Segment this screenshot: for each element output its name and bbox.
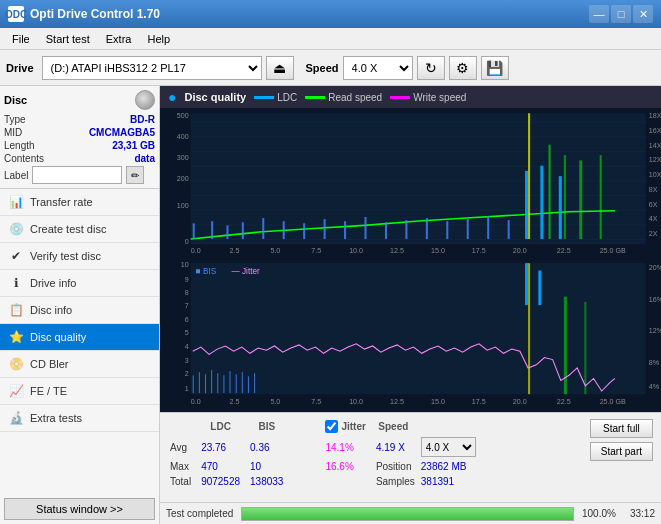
svg-rect-3 [191, 113, 646, 244]
position-label: Position [376, 460, 419, 473]
svg-rect-73 [193, 375, 194, 393]
position-value: 23862 MB [421, 460, 486, 473]
fe-te-icon: 📈 [8, 383, 24, 399]
menu-bar: File Start test Extra Help [0, 28, 661, 50]
nav-item-extra-tests[interactable]: 🔬 Extra tests [0, 405, 159, 432]
svg-rect-88 [584, 302, 586, 394]
svg-rect-36 [525, 171, 528, 239]
svg-text:4X: 4X [649, 214, 658, 223]
disc-section-title: Disc [4, 94, 27, 106]
svg-text:7.5: 7.5 [311, 246, 321, 255]
speed-select-stats[interactable]: 4.0 X 8.0 X [421, 437, 476, 457]
status-label: Test completed [166, 508, 233, 519]
svg-text:0.0: 0.0 [191, 397, 201, 406]
legend-ldc: LDC [254, 92, 297, 103]
svg-rect-85 [538, 270, 541, 305]
close-button[interactable]: ✕ [633, 5, 653, 23]
svg-rect-75 [205, 374, 206, 393]
menu-help[interactable]: Help [139, 31, 178, 47]
svg-text:5: 5 [185, 328, 189, 337]
progress-percent: 100.0% [582, 508, 622, 519]
contents-label: Contents [4, 153, 44, 164]
cd-bler-icon: 📀 [8, 356, 24, 372]
speed-label: Speed [306, 62, 339, 74]
settings-button[interactable]: ⚙ [449, 56, 477, 80]
svg-text:25.0 GB: 25.0 GB [600, 246, 626, 255]
svg-rect-74 [199, 372, 200, 393]
nav-item-disc-quality[interactable]: ⭐ Disc quality [0, 324, 159, 351]
avg-speed: 4.19 X [376, 436, 419, 458]
nav-item-create-test-disc[interactable]: 💿 Create test disc [0, 216, 159, 243]
svg-text:17.5: 17.5 [472, 397, 486, 406]
svg-text:8: 8 [185, 288, 189, 297]
stats-table: LDC BIS Jitter Speed [168, 417, 488, 490]
svg-rect-27 [344, 221, 346, 239]
progress-bar-container [241, 507, 574, 521]
nav-item-label: Create test disc [30, 223, 106, 235]
mid-value: CMCMAGBA5 [89, 127, 155, 138]
jitter-header-label: Jitter [341, 421, 365, 432]
svg-rect-84 [525, 263, 528, 305]
label-edit-button[interactable]: ✏ [126, 166, 144, 184]
save-button[interactable]: 💾 [481, 56, 509, 80]
svg-text:17.5: 17.5 [472, 246, 486, 255]
create-test-disc-icon: 💿 [8, 221, 24, 237]
refresh-button[interactable]: ↻ [417, 56, 445, 80]
drive-label: Drive [6, 62, 34, 74]
svg-text:500: 500 [177, 111, 189, 120]
eject-button[interactable]: ⏏ [266, 56, 294, 80]
avg-ldc: 23.76 [201, 436, 248, 458]
svg-rect-25 [303, 223, 305, 239]
svg-text:20.0: 20.0 [513, 246, 527, 255]
svg-rect-86 [528, 263, 530, 394]
svg-text:2.5: 2.5 [230, 397, 240, 406]
svg-text:10.0: 10.0 [349, 397, 363, 406]
maximize-button[interactable]: □ [611, 5, 631, 23]
svg-rect-24 [283, 221, 285, 239]
verify-test-disc-icon: ✔ [8, 248, 24, 264]
nav-item-cd-bler[interactable]: 📀 CD Bler [0, 351, 159, 378]
svg-text:16%: 16% [649, 295, 661, 304]
avg-bis: 0.36 [250, 436, 291, 458]
bis-header: BIS [250, 419, 291, 434]
menu-start-test[interactable]: Start test [38, 31, 98, 47]
total-label: Total [170, 475, 199, 488]
start-part-button[interactable]: Start part [590, 442, 653, 461]
nav-item-label: Verify test disc [30, 250, 101, 262]
nav-item-transfer-rate[interactable]: 📊 Transfer rate [0, 189, 159, 216]
nav-items: 📊 Transfer rate 💿 Create test disc ✔ Ver… [0, 189, 159, 494]
svg-text:25.0 GB: 25.0 GB [600, 397, 626, 406]
label-input[interactable] [32, 166, 122, 184]
length-value: 23,31 GB [112, 140, 155, 151]
read-speed-color [305, 96, 325, 99]
speed-select[interactable]: 4.0 X 8.0 X Max [343, 56, 413, 80]
speed-col-header: Speed [376, 419, 419, 434]
avg-jitter: 14.1% [325, 436, 373, 458]
svg-rect-81 [242, 372, 243, 393]
write-speed-label: Write speed [413, 92, 466, 103]
drive-select[interactable]: (D:) ATAPI iHBS312 2 PL17 [42, 56, 262, 80]
status-window-button[interactable]: Status window >> [4, 498, 155, 520]
svg-text:0: 0 [185, 237, 189, 246]
start-full-button[interactable]: Start full [590, 419, 653, 438]
svg-rect-39 [528, 113, 530, 239]
toolbar: Drive (D:) ATAPI iHBS312 2 PL17 ⏏ Speed … [0, 50, 661, 86]
nav-item-label: Disc quality [30, 331, 86, 343]
menu-extra[interactable]: Extra [98, 31, 140, 47]
nav-item-verify-test-disc[interactable]: ✔ Verify test disc [0, 243, 159, 270]
menu-file[interactable]: File [4, 31, 38, 47]
ldc-color [254, 96, 274, 99]
svg-text:7: 7 [185, 301, 189, 310]
svg-rect-78 [223, 375, 224, 393]
jitter-checkbox[interactable] [325, 420, 338, 433]
svg-text:10X: 10X [649, 170, 661, 179]
disc-info-icon: 📋 [8, 302, 24, 318]
svg-text:10.0: 10.0 [349, 246, 363, 255]
nav-item-drive-info[interactable]: ℹ Drive info [0, 270, 159, 297]
svg-text:5.0: 5.0 [270, 246, 280, 255]
nav-item-fe-te[interactable]: 📈 FE / TE [0, 378, 159, 405]
svg-text:5.0: 5.0 [270, 397, 280, 406]
svg-text:6: 6 [185, 315, 189, 324]
nav-item-disc-info[interactable]: 📋 Disc info [0, 297, 159, 324]
minimize-button[interactable]: — [589, 5, 609, 23]
